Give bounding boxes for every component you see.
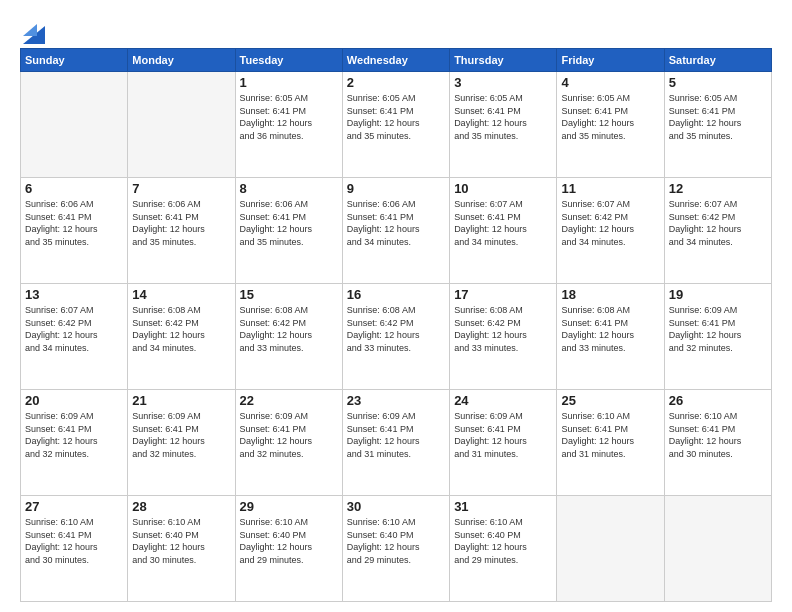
day-info: Sunrise: 6:08 AMSunset: 6:41 PMDaylight:… <box>561 304 659 354</box>
calendar-cell: 1Sunrise: 6:05 AMSunset: 6:41 PMDaylight… <box>235 72 342 178</box>
calendar-cell: 5Sunrise: 6:05 AMSunset: 6:41 PMDaylight… <box>664 72 771 178</box>
calendar-week-row: 27Sunrise: 6:10 AMSunset: 6:41 PMDayligh… <box>21 496 772 602</box>
calendar-cell: 7Sunrise: 6:06 AMSunset: 6:41 PMDaylight… <box>128 178 235 284</box>
calendar-cell <box>128 72 235 178</box>
calendar-week-row: 6Sunrise: 6:06 AMSunset: 6:41 PMDaylight… <box>21 178 772 284</box>
day-info: Sunrise: 6:09 AMSunset: 6:41 PMDaylight:… <box>347 410 445 460</box>
day-info: Sunrise: 6:09 AMSunset: 6:41 PMDaylight:… <box>132 410 230 460</box>
day-number: 5 <box>669 75 767 90</box>
day-number: 26 <box>669 393 767 408</box>
day-info: Sunrise: 6:10 AMSunset: 6:41 PMDaylight:… <box>25 516 123 566</box>
day-number: 6 <box>25 181 123 196</box>
day-info: Sunrise: 6:06 AMSunset: 6:41 PMDaylight:… <box>240 198 338 248</box>
calendar-cell: 8Sunrise: 6:06 AMSunset: 6:41 PMDaylight… <box>235 178 342 284</box>
calendar-header-monday: Monday <box>128 49 235 72</box>
day-info: Sunrise: 6:08 AMSunset: 6:42 PMDaylight:… <box>454 304 552 354</box>
day-info: Sunrise: 6:07 AMSunset: 6:41 PMDaylight:… <box>454 198 552 248</box>
calendar-week-row: 1Sunrise: 6:05 AMSunset: 6:41 PMDaylight… <box>21 72 772 178</box>
day-info: Sunrise: 6:06 AMSunset: 6:41 PMDaylight:… <box>132 198 230 248</box>
day-info: Sunrise: 6:05 AMSunset: 6:41 PMDaylight:… <box>454 92 552 142</box>
calendar-cell: 15Sunrise: 6:08 AMSunset: 6:42 PMDayligh… <box>235 284 342 390</box>
day-number: 7 <box>132 181 230 196</box>
calendar-cell: 26Sunrise: 6:10 AMSunset: 6:41 PMDayligh… <box>664 390 771 496</box>
calendar-cell: 17Sunrise: 6:08 AMSunset: 6:42 PMDayligh… <box>450 284 557 390</box>
calendar-header-tuesday: Tuesday <box>235 49 342 72</box>
calendar-cell: 12Sunrise: 6:07 AMSunset: 6:42 PMDayligh… <box>664 178 771 284</box>
day-info: Sunrise: 6:10 AMSunset: 6:41 PMDaylight:… <box>669 410 767 460</box>
day-number: 9 <box>347 181 445 196</box>
day-number: 1 <box>240 75 338 90</box>
calendar-cell: 28Sunrise: 6:10 AMSunset: 6:40 PMDayligh… <box>128 496 235 602</box>
page-header <box>20 16 772 44</box>
day-info: Sunrise: 6:06 AMSunset: 6:41 PMDaylight:… <box>347 198 445 248</box>
calendar-cell: 18Sunrise: 6:08 AMSunset: 6:41 PMDayligh… <box>557 284 664 390</box>
day-info: Sunrise: 6:05 AMSunset: 6:41 PMDaylight:… <box>347 92 445 142</box>
calendar-cell: 10Sunrise: 6:07 AMSunset: 6:41 PMDayligh… <box>450 178 557 284</box>
calendar-cell <box>664 496 771 602</box>
day-info: Sunrise: 6:09 AMSunset: 6:41 PMDaylight:… <box>240 410 338 460</box>
day-number: 3 <box>454 75 552 90</box>
calendar-cell: 16Sunrise: 6:08 AMSunset: 6:42 PMDayligh… <box>342 284 449 390</box>
calendar-cell <box>21 72 128 178</box>
calendar-cell: 2Sunrise: 6:05 AMSunset: 6:41 PMDaylight… <box>342 72 449 178</box>
day-info: Sunrise: 6:10 AMSunset: 6:40 PMDaylight:… <box>347 516 445 566</box>
calendar-cell <box>557 496 664 602</box>
calendar-header-wednesday: Wednesday <box>342 49 449 72</box>
day-info: Sunrise: 6:09 AMSunset: 6:41 PMDaylight:… <box>454 410 552 460</box>
day-number: 15 <box>240 287 338 302</box>
day-info: Sunrise: 6:05 AMSunset: 6:41 PMDaylight:… <box>240 92 338 142</box>
day-info: Sunrise: 6:08 AMSunset: 6:42 PMDaylight:… <box>132 304 230 354</box>
day-number: 30 <box>347 499 445 514</box>
logo-icon <box>23 16 45 44</box>
day-info: Sunrise: 6:10 AMSunset: 6:40 PMDaylight:… <box>454 516 552 566</box>
day-number: 31 <box>454 499 552 514</box>
calendar-cell: 19Sunrise: 6:09 AMSunset: 6:41 PMDayligh… <box>664 284 771 390</box>
day-number: 19 <box>669 287 767 302</box>
day-number: 13 <box>25 287 123 302</box>
day-info: Sunrise: 6:10 AMSunset: 6:40 PMDaylight:… <box>132 516 230 566</box>
calendar-cell: 20Sunrise: 6:09 AMSunset: 6:41 PMDayligh… <box>21 390 128 496</box>
day-number: 11 <box>561 181 659 196</box>
calendar-cell: 14Sunrise: 6:08 AMSunset: 6:42 PMDayligh… <box>128 284 235 390</box>
calendar-cell: 13Sunrise: 6:07 AMSunset: 6:42 PMDayligh… <box>21 284 128 390</box>
calendar-cell: 22Sunrise: 6:09 AMSunset: 6:41 PMDayligh… <box>235 390 342 496</box>
calendar-cell: 3Sunrise: 6:05 AMSunset: 6:41 PMDaylight… <box>450 72 557 178</box>
calendar-header-sunday: Sunday <box>21 49 128 72</box>
calendar-week-row: 20Sunrise: 6:09 AMSunset: 6:41 PMDayligh… <box>21 390 772 496</box>
day-number: 20 <box>25 393 123 408</box>
calendar-cell: 9Sunrise: 6:06 AMSunset: 6:41 PMDaylight… <box>342 178 449 284</box>
day-number: 14 <box>132 287 230 302</box>
calendar-cell: 11Sunrise: 6:07 AMSunset: 6:42 PMDayligh… <box>557 178 664 284</box>
day-info: Sunrise: 6:10 AMSunset: 6:41 PMDaylight:… <box>561 410 659 460</box>
calendar-cell: 24Sunrise: 6:09 AMSunset: 6:41 PMDayligh… <box>450 390 557 496</box>
day-info: Sunrise: 6:05 AMSunset: 6:41 PMDaylight:… <box>669 92 767 142</box>
day-info: Sunrise: 6:08 AMSunset: 6:42 PMDaylight:… <box>240 304 338 354</box>
calendar-cell: 27Sunrise: 6:10 AMSunset: 6:41 PMDayligh… <box>21 496 128 602</box>
day-number: 22 <box>240 393 338 408</box>
day-info: Sunrise: 6:10 AMSunset: 6:40 PMDaylight:… <box>240 516 338 566</box>
day-info: Sunrise: 6:07 AMSunset: 6:42 PMDaylight:… <box>561 198 659 248</box>
day-number: 18 <box>561 287 659 302</box>
day-number: 16 <box>347 287 445 302</box>
calendar-cell: 4Sunrise: 6:05 AMSunset: 6:41 PMDaylight… <box>557 72 664 178</box>
day-info: Sunrise: 6:09 AMSunset: 6:41 PMDaylight:… <box>669 304 767 354</box>
day-number: 4 <box>561 75 659 90</box>
day-number: 27 <box>25 499 123 514</box>
day-number: 24 <box>454 393 552 408</box>
calendar-header-thursday: Thursday <box>450 49 557 72</box>
calendar-cell: 31Sunrise: 6:10 AMSunset: 6:40 PMDayligh… <box>450 496 557 602</box>
calendar-header-row: SundayMondayTuesdayWednesdayThursdayFrid… <box>21 49 772 72</box>
day-number: 29 <box>240 499 338 514</box>
day-number: 23 <box>347 393 445 408</box>
svg-marker-1 <box>23 24 37 36</box>
day-number: 21 <box>132 393 230 408</box>
day-info: Sunrise: 6:08 AMSunset: 6:42 PMDaylight:… <box>347 304 445 354</box>
day-number: 12 <box>669 181 767 196</box>
calendar-cell: 29Sunrise: 6:10 AMSunset: 6:40 PMDayligh… <box>235 496 342 602</box>
calendar-cell: 25Sunrise: 6:10 AMSunset: 6:41 PMDayligh… <box>557 390 664 496</box>
calendar-table: SundayMondayTuesdayWednesdayThursdayFrid… <box>20 48 772 602</box>
day-info: Sunrise: 6:07 AMSunset: 6:42 PMDaylight:… <box>25 304 123 354</box>
calendar-cell: 30Sunrise: 6:10 AMSunset: 6:40 PMDayligh… <box>342 496 449 602</box>
day-info: Sunrise: 6:05 AMSunset: 6:41 PMDaylight:… <box>561 92 659 142</box>
calendar-week-row: 13Sunrise: 6:07 AMSunset: 6:42 PMDayligh… <box>21 284 772 390</box>
